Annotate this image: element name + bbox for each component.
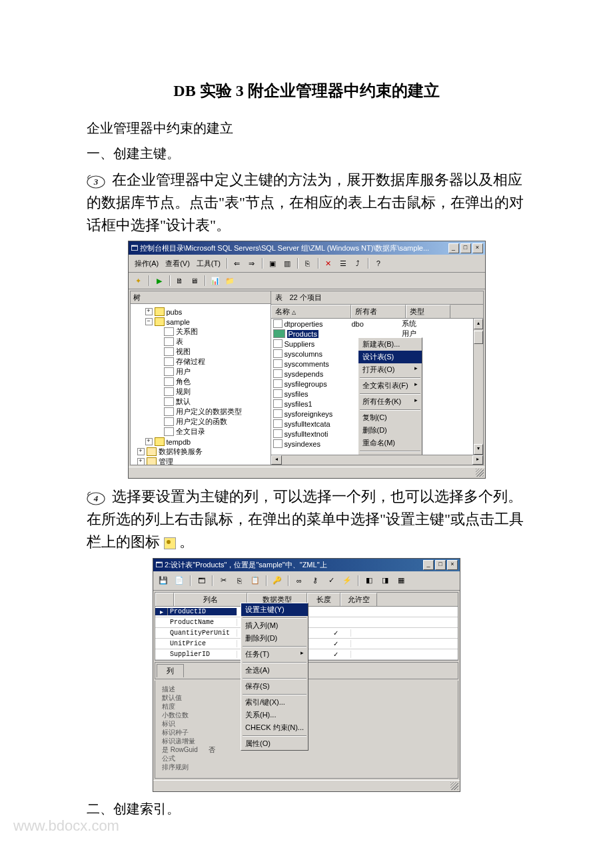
page-title: DB 实验 3 附企业管理器中约束的建立 bbox=[87, 80, 526, 101]
wizard-icon[interactable]: ✦ bbox=[132, 274, 145, 287]
window-title-text: 控制台根目录\Microsoft SQL Servers\SQL Server … bbox=[140, 244, 430, 252]
ctx-task[interactable]: 任务(T) bbox=[241, 648, 308, 661]
maximize-button[interactable]: □ bbox=[435, 560, 446, 570]
up-icon[interactable]: ▣ bbox=[266, 257, 279, 270]
back-icon[interactable]: ⇐ bbox=[231, 257, 244, 270]
close-button[interactable]: × bbox=[472, 243, 483, 253]
prop-idseed-label: 标识种子 bbox=[162, 728, 209, 737]
trigger-icon[interactable]: ⚡ bbox=[340, 573, 354, 588]
ctx-set-primary-key[interactable]: 设置主键(Y) bbox=[241, 603, 308, 616]
col-name[interactable]: 名称 △ bbox=[271, 305, 351, 318]
app-icon: 🗔 bbox=[131, 244, 140, 252]
intro-text: 企业管理器中约束的建立 bbox=[87, 118, 526, 138]
separator bbox=[262, 258, 263, 269]
grid-col-name[interactable]: 列名 bbox=[174, 593, 247, 606]
ctx-delete-col[interactable]: 删除列(D) bbox=[241, 632, 308, 645]
ctx-fulltext-index[interactable]: 全文索引表(F) bbox=[358, 379, 422, 392]
ctx-delete[interactable]: 删除(D) bbox=[358, 424, 422, 437]
ctx-open-table[interactable]: 打开表(O) bbox=[358, 363, 422, 376]
tree-node-udf[interactable]: 用户定义的函数 bbox=[132, 417, 269, 427]
list-header: 表 22 个项目 bbox=[271, 291, 483, 305]
grid-col-allownull[interactable]: 允许空 bbox=[340, 593, 377, 606]
tree-node-sproc[interactable]: 存储过程 bbox=[132, 357, 269, 367]
minimize-button[interactable]: _ bbox=[423, 560, 434, 570]
tab-column[interactable]: 列 bbox=[157, 664, 184, 677]
tree-node-tempdb[interactable]: +tempdb bbox=[132, 437, 269, 447]
folder-icon[interactable]: 📁 bbox=[223, 274, 237, 287]
minimize-button[interactable]: _ bbox=[448, 243, 459, 253]
copy-icon[interactable]: ⎘ bbox=[301, 257, 314, 270]
new-query-icon[interactable]: 📊 bbox=[209, 274, 222, 287]
toolbar-row-2: ✦ ▶ 🗎 🖥 📊 📁 bbox=[129, 273, 485, 289]
help-icon[interactable]: ▦ bbox=[394, 573, 408, 588]
prop-rowguid-label: 是 RowGuid bbox=[162, 745, 209, 754]
tree-node-sample[interactable]: −sample bbox=[132, 317, 269, 327]
tree-node-dts[interactable]: +数据转换服务 bbox=[132, 447, 269, 457]
resize-grip-icon[interactable] bbox=[450, 782, 458, 790]
tree-node-fulltext[interactable]: 全文目录 bbox=[132, 427, 269, 437]
menu-view[interactable]: 查看(V) bbox=[163, 258, 193, 269]
ctx-copy[interactable]: 复制(C) bbox=[358, 411, 422, 424]
vertical-scrollbar[interactable]: ▴ ▾ bbox=[473, 319, 483, 455]
generate-icon[interactable]: ◧ bbox=[362, 573, 376, 588]
tree-node-role[interactable]: 角色 bbox=[132, 377, 269, 387]
properties-icon[interactable]: ☰ bbox=[336, 257, 350, 270]
server-icon[interactable]: 🖥 bbox=[188, 274, 201, 287]
ctx-save[interactable]: 保存(S) bbox=[241, 680, 308, 693]
db-icon[interactable]: 🗎 bbox=[173, 274, 187, 287]
tree-node-user[interactable]: 用户 bbox=[132, 367, 269, 377]
ctx-properties[interactable]: 属性(R) bbox=[358, 453, 422, 455]
ctx-indexes[interactable]: 索引/键(X)... bbox=[241, 696, 308, 709]
maximize-button[interactable]: □ bbox=[460, 243, 471, 253]
script-icon[interactable]: 📄 bbox=[172, 573, 187, 588]
tree-node-pubs[interactable]: +pubs bbox=[132, 307, 269, 317]
ctx-relationships[interactable]: 关系(H)... bbox=[241, 709, 308, 721]
ctx-select-all[interactable]: 全选(A) bbox=[241, 664, 308, 677]
help-icon[interactable]: ? bbox=[372, 257, 385, 270]
table-row[interactable]: dtpropertiesdbo系统 bbox=[271, 319, 483, 329]
separator bbox=[368, 258, 368, 269]
indexes-icon[interactable]: ⚷ bbox=[308, 573, 322, 588]
check-icon[interactable]: ✓ bbox=[324, 573, 338, 588]
forward-icon[interactable]: ⇒ bbox=[245, 257, 259, 270]
ctx-properties[interactable]: 属性(O) bbox=[241, 737, 308, 750]
window-title-text: 2:设计表"Products"，位置是"sample"中、"ZML"上 bbox=[165, 561, 326, 569]
menu-tools[interactable]: 工具(T) bbox=[194, 258, 223, 269]
copy-icon[interactable]: ⎘ bbox=[232, 573, 247, 588]
tree-node-udt[interactable]: 用户定义的数据类型 bbox=[132, 407, 269, 417]
tree-node-diagram[interactable]: 关系图 bbox=[132, 327, 269, 337]
grid-col-length[interactable]: 长度 bbox=[307, 593, 340, 606]
separator bbox=[318, 258, 318, 269]
ctx-rename[interactable]: 重命名(M) bbox=[358, 437, 422, 449]
tree-node-default[interactable]: 默认 bbox=[132, 397, 269, 407]
save-icon[interactable]: 💾 bbox=[156, 573, 171, 588]
toolbar: 💾 📄 🗔 ✂ ⎘ 📋 🔑 ∞ ⚷ ✓ ⚡ ◧ ◨ ▦ bbox=[153, 571, 460, 591]
export-icon[interactable]: ⤴ bbox=[351, 257, 364, 270]
ctx-new-table[interactable]: 新建表(B)... bbox=[358, 338, 422, 351]
relationships-icon[interactable]: ∞ bbox=[292, 573, 306, 588]
ctx-check[interactable]: CHECK 约束(N)... bbox=[241, 721, 308, 734]
manage-icon[interactable]: ◨ bbox=[378, 573, 392, 588]
tree-node-rule[interactable]: 规则 bbox=[132, 387, 269, 397]
svg-text:4: 4 bbox=[93, 493, 99, 503]
col-type[interactable]: 类型 bbox=[406, 305, 450, 318]
resize-grip-icon[interactable] bbox=[476, 469, 484, 477]
run-icon[interactable]: ▶ bbox=[153, 274, 166, 287]
toolbar-icon[interactable]: ▥ bbox=[281, 257, 294, 270]
close-button[interactable]: × bbox=[447, 560, 458, 570]
properties-icon[interactable]: 🗔 bbox=[194, 573, 209, 588]
primary-key-icon[interactable]: 🔑 bbox=[270, 573, 285, 588]
delete-icon[interactable]: ✕ bbox=[322, 257, 335, 270]
tree-node-mgmt[interactable]: +管理 bbox=[132, 457, 269, 465]
ctx-all-tasks[interactable]: 所有任务(K) bbox=[358, 395, 422, 408]
horizontal-scrollbar[interactable]: ◂▸ bbox=[271, 455, 483, 465]
tree-node-view[interactable]: 视图 bbox=[132, 347, 269, 357]
tree-node-table[interactable]: 表 bbox=[132, 337, 269, 347]
cut-icon[interactable]: ✂ bbox=[216, 573, 231, 588]
ctx-insert-col[interactable]: 插入列(M) bbox=[241, 619, 308, 632]
paste-icon[interactable]: 📋 bbox=[248, 573, 263, 588]
context-menu: 设置主键(Y) 插入列(M) 删除列(D) 任务(T) 全选(A) 保存(S) … bbox=[241, 603, 308, 751]
col-owner[interactable]: 所有者 bbox=[351, 305, 406, 318]
ctx-design-table[interactable]: 设计表(S) bbox=[358, 351, 422, 363]
menu-action[interactable]: 操作(A) bbox=[132, 258, 162, 269]
